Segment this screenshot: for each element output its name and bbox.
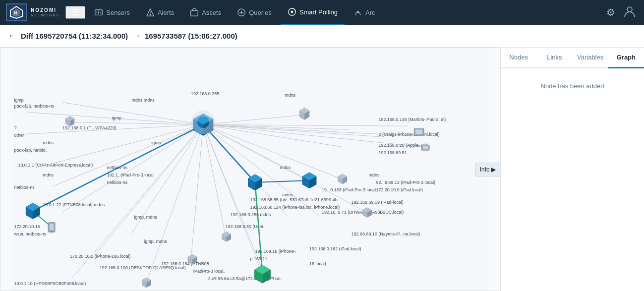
nav-queries[interactable]: Queries: [230, 0, 279, 25]
navbar: N NOZOMI NETWORKS ☰ Sensors Alerts Asset…: [0, 0, 644, 25]
svg-rect-158: [415, 129, 422, 134]
svg-text:iPadPro-3 local,: iPadPro-3 local,: [193, 269, 225, 274]
svg-rect-160: [423, 146, 428, 149]
svg-text:10.0.1.1 (CHPs-AirPort-Express: 10.0.1.1 (CHPs-AirPort-Express.local): [18, 163, 93, 168]
svg-text:192.168.0.164 (PTNB08.: 192.168.0.164 (PTNB08.: [161, 261, 210, 266]
svg-text:192.169.16 (iPhone-.: 192.169.16 (iPhone-.: [255, 249, 296, 254]
svg-text:192.168.0.255  mdns: 192.168.0.255 mdns: [231, 212, 271, 217]
svg-text:other: other: [14, 133, 24, 138]
hamburger-menu[interactable]: ☰: [65, 6, 85, 19]
graph-area[interactable]: igmp pbox-l26, netbios-ns ? other mdns m…: [0, 48, 500, 291]
nav-arc-label: Arc: [365, 9, 375, 16]
svg-text:10.0.1.10 (HPD0BF9CB0F498.loca: 10.0.1.10 (HPD0BF9CB0F498.local): [14, 281, 86, 286]
queries-icon: [237, 8, 246, 17]
svg-text:2.c9.98.64.c3.5b@172.20.0.0 (i: 2.c9.98.64.c3.5b@172.20.0.0 (iPhon.: [208, 276, 282, 281]
right-panel: Nodes Links Variables Graph Node has bee…: [500, 48, 644, 291]
svg-text:192.68.69.10 (Naymis-iP.  .ne.: 192.68.69.10 (Naymis-iP. .ne.local): [351, 232, 420, 236]
svg-text:igmp: igmp: [112, 116, 121, 120]
svg-point-13: [291, 11, 293, 13]
navbar-right-icons: ⚙: [604, 3, 638, 22]
nav-arc[interactable]: Arc: [347, 0, 382, 25]
network-graph: igmp pbox-l26, netbios-ns ? other mdns m…: [0, 48, 500, 291]
svg-point-156: [51, 230, 53, 232]
smart-polling-icon: [288, 7, 296, 16]
svg-text:172.20.10.2 (iPhone-106.local): 172.20.10.2 (iPhone-106.local): [70, 254, 130, 259]
assets-icon: [190, 8, 199, 17]
svg-text:igmp: igmp: [151, 140, 161, 145]
svg-text:netbios-ns: netbios-ns: [107, 180, 128, 185]
panel-content: Node has been added: [501, 68, 644, 291]
svg-text:p.169.11: p.169.11: [250, 256, 267, 261]
svg-text:mdns: mdns: [285, 93, 295, 98]
svg-text:mdns: mdns: [369, 173, 380, 177]
svg-text:igmp: igmp: [14, 98, 23, 103]
breadcrumb-title: Diff 1695720754 (11:32:34.000): [21, 32, 128, 40]
nav-sensors[interactable]: Sensors: [87, 0, 137, 25]
nav-alerts-label: Alerts: [158, 9, 174, 16]
svg-text:192.168.0.255: 192.168.0.255: [191, 91, 219, 96]
sensors-icon: [94, 8, 103, 17]
nav-assets-label: Assets: [202, 9, 221, 16]
svg-text:192.168.0.146 (Martins-iPad-3.: 192.168.0.146 (Martins-iPad-3. al): [378, 117, 446, 122]
nav-sensors-label: Sensors: [106, 9, 130, 16]
svg-text:172.20.10.15: 172.20.10.15: [14, 225, 40, 230]
alerts-icon: [146, 8, 155, 17]
svg-text:192.1.  (iPad-Pro-3.local: 192.1. (iPad-Pro-3.local: [107, 173, 154, 177]
logo-text-top: NOZOMI: [31, 7, 59, 13]
svg-text:19.  .0.163 (iPad-Pro-3.local.: 19. .0.163 (iPad-Pro-3.local.: [322, 187, 377, 192]
svg-text:192.168.0.162 (iPad.local): 192.168.0.162 (iPad.local): [309, 246, 361, 251]
logo-icon: N: [9, 5, 23, 19]
user-button[interactable]: [621, 3, 638, 22]
user-icon: [623, 5, 636, 18]
svg-text:192.168.69.51: 192.168.69.51: [378, 150, 407, 155]
breadcrumb-arrow: →: [132, 31, 141, 41]
tab-nodes[interactable]: Nodes: [501, 48, 536, 68]
svg-text:10.0.1.22 (PTNB08.local)  mdns: 10.0.1.22 (PTNB08.local) mdns: [43, 202, 105, 207]
svg-text:mdns: mdns: [43, 173, 54, 177]
svg-text:pbox-lsp, netbio.: pbox-lsp, netbio.: [14, 148, 47, 153]
panel-message: Node has been added: [541, 82, 604, 90]
svg-text:192.168.0.1 (TL-WPA4220): 192.168.0.1 (TL-WPA4220): [62, 125, 117, 130]
nav-smart-polling-label: Smart Polling: [299, 8, 338, 16]
breadcrumb: ← Diff 1695720754 (11:32:34.000) → 16957…: [0, 25, 644, 48]
svg-text:192.168.68.124 (iPhone-lsa.loc: 192.168.68.124 (iPhone-lsa.loc. iPhone.l…: [250, 205, 340, 210]
tab-variables[interactable]: Variables: [573, 48, 608, 68]
info-label: Info ▶: [480, 166, 496, 173]
svg-text:netbios-ns: netbios-ns: [107, 165, 128, 170]
logo-text-bottom: NETWORKS: [31, 13, 59, 17]
svg-text:pbox-l26, netbios-ns: pbox-l26, netbios-ns: [14, 104, 54, 109]
nav-assets[interactable]: Assets: [183, 0, 228, 25]
svg-text:mdns: mdns: [43, 140, 54, 145]
svg-rect-10: [191, 10, 198, 16]
svg-text:192.168.0.50 (User.: 192.168.0.50 (User.: [226, 225, 265, 230]
svg-text:mdns: mdns: [280, 165, 291, 170]
svg-text:192.168.68.85 (ble.  530-67a6-: 192.168.68.85 (ble. 530-67a6-1e21-6396-4…: [250, 197, 339, 202]
back-button[interactable]: ←: [8, 31, 17, 41]
svg-text:netbios-ns: netbios-ns: [14, 185, 35, 190]
breadcrumb-subtitle: 1695733587 (15:06:27.000): [145, 32, 237, 40]
svg-text:?: ?: [14, 125, 16, 130]
tab-graph[interactable]: Graph: [608, 48, 644, 68]
info-button[interactable]: Info ▶: [475, 163, 500, 176]
nav-smart-polling[interactable]: Smart Polling: [281, 0, 345, 25]
settings-button[interactable]: ⚙: [604, 4, 617, 20]
svg-text:mdns    mdns: mdns mdns: [131, 98, 155, 103]
panel-tabs: Nodes Links Variables Graph: [501, 48, 644, 68]
svg-text:172.20.10.9 (iPad.local): 172.20.10.9 (iPad.local): [376, 187, 423, 192]
svg-text:igmp, mdns: igmp, mdns: [134, 215, 157, 220]
logo: N NOZOMI NETWORKS: [6, 3, 59, 21]
nav-alerts[interactable]: Alerts: [139, 0, 181, 25]
svg-text:wser, netbios-ns: wser, netbios-ns: [13, 232, 46, 236]
svg-text:192.168.0.20 (Apple-TV): 192.168.0.20 (Apple-TV): [378, 143, 427, 148]
logo-box: N: [6, 3, 27, 21]
svg-text:N: N: [14, 10, 17, 15]
tab-links[interactable]: Links: [536, 48, 572, 68]
svg-text:92.  .8.69.13 (iPad-Pro-3.loca: 92. .8.69.13 (iPad-Pro-3.local): [376, 180, 435, 185]
svg-rect-155: [50, 224, 54, 231]
nav-queries-label: Queries: [249, 9, 272, 16]
svg-point-9: [150, 14, 150, 15]
main-layout: igmp pbox-l26, netbios-ns ? other mdns m…: [0, 48, 644, 291]
svg-text:16.local): 16.local): [309, 261, 326, 266]
svg-text:igmp, mdns: igmp, mdns: [144, 239, 167, 244]
svg-point-15: [627, 7, 632, 12]
